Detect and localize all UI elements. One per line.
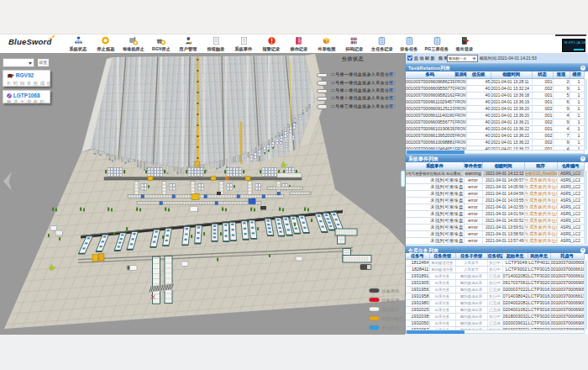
svg-text:设备离线: 设备离线 bbox=[381, 288, 400, 293]
svg-text:半自动模式: 半自动模式 bbox=[381, 316, 405, 321]
svg-text:手动模式: 手动模式 bbox=[381, 325, 400, 330]
svg-text:自动模式: 自动模式 bbox=[381, 307, 400, 312]
svg-text:设备故障: 设备故障 bbox=[381, 298, 400, 304]
